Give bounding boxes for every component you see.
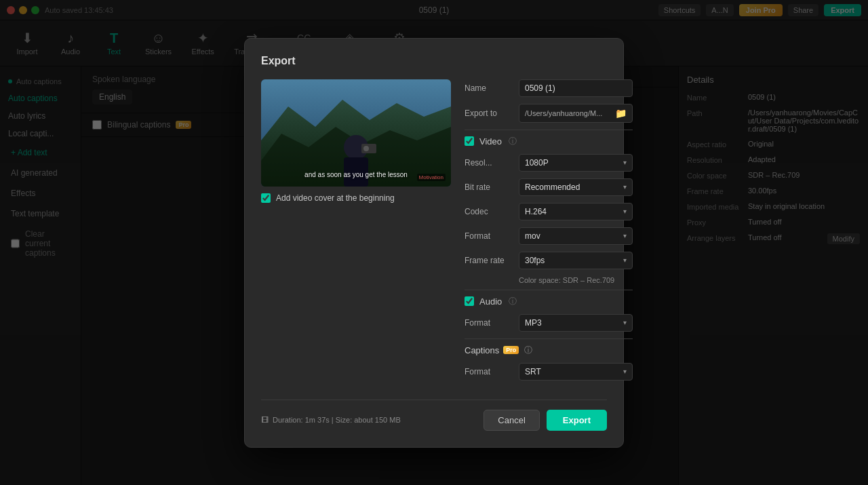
video-cover-label: Add video cover at the beginning bbox=[276, 193, 395, 203]
video-info-icon: ⓘ bbox=[509, 136, 517, 147]
captions-format-select[interactable]: SRT ▾ bbox=[519, 363, 633, 381]
bit-rate-arrow: ▾ bbox=[623, 183, 627, 191]
bit-rate-label: Bit rate bbox=[465, 182, 519, 192]
format-arrow: ▾ bbox=[623, 232, 627, 239]
format-select[interactable]: mov ▾ bbox=[519, 227, 633, 245]
captions-format-field-row: Format SRT ▾ bbox=[465, 363, 633, 381]
frame-rate-arrow: ▾ bbox=[623, 256, 627, 264]
name-input[interactable] bbox=[519, 79, 633, 97]
folder-icon[interactable]: 📁 bbox=[615, 108, 627, 119]
bit-rate-field-row: Bit rate Recommended ▾ bbox=[465, 178, 633, 196]
format-label: Format bbox=[465, 231, 519, 241]
captions-section-title: Captions bbox=[465, 345, 499, 355]
dialog-footer: 🎞 Duration: 1m 37s | Size: about 150 MB … bbox=[261, 400, 607, 431]
export-to-label: Export to bbox=[465, 109, 519, 118]
preview-watermark: Motivation bbox=[417, 174, 446, 181]
export-to-path[interactable]: /Users/yanhuarong/M... 📁 bbox=[519, 104, 633, 123]
svg-point-6 bbox=[363, 146, 369, 151]
duration-info: 🎞 Duration: 1m 37s | Size: about 150 MB bbox=[261, 416, 401, 424]
dialog-body: and as soon as you get the lesson Motiva… bbox=[261, 79, 607, 387]
resolution-field-label: Resol... bbox=[465, 158, 519, 168]
preview-image: and as soon as you get the lesson Motiva… bbox=[261, 79, 451, 187]
video-section-header: Video ⓘ bbox=[465, 136, 633, 147]
audio-section-title: Audio bbox=[479, 296, 502, 307]
codec-select[interactable]: H.264 ▾ bbox=[519, 203, 633, 220]
audio-format-field-row: Format MP3 ▾ bbox=[465, 314, 633, 332]
export-to-field-row: Export to /Users/yanhuarong/M... 📁 bbox=[465, 104, 633, 123]
resolution-arrow: ▾ bbox=[623, 159, 627, 166]
dialog-settings: Name Export to /Users/yanhuarong/M... 📁 … bbox=[465, 79, 633, 387]
codec-label: Codec bbox=[465, 207, 519, 216]
captions-divider bbox=[465, 338, 633, 339]
film-icon: 🎞 bbox=[261, 416, 269, 424]
video-divider bbox=[465, 130, 633, 130]
video-checkbox[interactable] bbox=[465, 136, 474, 146]
resolution-field-row: Resol... 1080P ▾ bbox=[465, 154, 633, 172]
cancel-button[interactable]: Cancel bbox=[484, 410, 539, 431]
footer-buttons: Cancel Export bbox=[484, 410, 607, 431]
captions-format-label: Format bbox=[465, 367, 519, 376]
captions-section-header: Captions Pro ⓘ bbox=[465, 345, 633, 356]
captions-pro-badge: Pro bbox=[503, 346, 519, 354]
name-field-row: Name bbox=[465, 79, 633, 97]
name-field-label: Name bbox=[465, 83, 519, 93]
audio-info-icon: ⓘ bbox=[509, 296, 517, 307]
captions-format-arrow: ▾ bbox=[623, 368, 627, 375]
format-field-row: Format mov ▾ bbox=[465, 227, 633, 245]
bit-rate-select[interactable]: Recommended ▾ bbox=[519, 178, 633, 196]
codec-field-row: Codec H.264 ▾ bbox=[465, 203, 633, 220]
video-cover-checkbox[interactable] bbox=[261, 193, 271, 203]
audio-format-arrow: ▾ bbox=[623, 319, 627, 326]
audio-format-select[interactable]: MP3 ▾ bbox=[519, 314, 633, 332]
color-space-text: Color space: SDR – Rec.709 bbox=[519, 276, 633, 284]
video-section-title: Video bbox=[479, 136, 502, 147]
frame-rate-select[interactable]: 30fps ▾ bbox=[519, 252, 633, 269]
codec-arrow: ▾ bbox=[623, 208, 627, 215]
audio-format-label: Format bbox=[465, 318, 519, 328]
export-button[interactable]: Export bbox=[547, 410, 607, 431]
captions-info-icon: ⓘ bbox=[524, 345, 532, 356]
dialog-title: Export bbox=[261, 55, 607, 67]
frame-rate-field-row: Frame rate 30fps ▾ bbox=[465, 252, 633, 269]
audio-divider bbox=[465, 290, 633, 290]
frame-rate-field-label: Frame rate bbox=[465, 256, 519, 265]
export-dialog-overlay: Export bbox=[0, 0, 868, 485]
audio-section-header: Audio ⓘ bbox=[465, 296, 633, 307]
audio-checkbox[interactable] bbox=[465, 296, 474, 306]
dialog-preview: and as soon as you get the lesson Motiva… bbox=[261, 79, 451, 387]
export-dialog: Export bbox=[244, 38, 624, 448]
resolution-select[interactable]: 1080P ▾ bbox=[519, 154, 633, 172]
video-cover-row: Add video cover at the beginning bbox=[261, 193, 451, 203]
